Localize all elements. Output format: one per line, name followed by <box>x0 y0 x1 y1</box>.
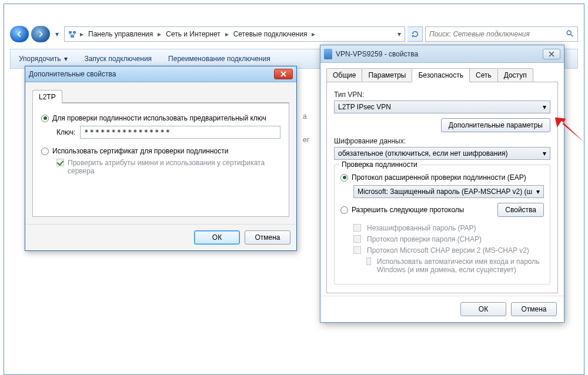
tab-access[interactable]: Доступ <box>497 68 533 82</box>
authentication-fieldset: Проверка подлинности Протокол расширенно… <box>334 165 550 284</box>
key-input[interactable] <box>80 126 280 139</box>
checkbox-verify-cert <box>56 159 64 166</box>
nav-history-dropdown[interactable]: ▾ <box>52 26 62 42</box>
vpn-type-combo[interactable]: L2TP IPsec VPN ▾ <box>334 101 550 113</box>
tab-general[interactable]: Общие <box>326 68 362 82</box>
checkbox-pap <box>353 224 361 232</box>
breadcrumb-segment[interactable]: Сеть и Интернет <box>163 29 222 39</box>
back-button[interactable] <box>10 26 29 42</box>
chevron-down-icon: ▾ <box>543 103 546 111</box>
svg-rect-3 <box>73 31 76 34</box>
radio-preshared-key[interactable]: Для проверки подлинности использовать пр… <box>41 114 280 122</box>
chevron-down-icon[interactable]: ▾ <box>64 55 68 63</box>
svg-rect-2 <box>69 31 72 34</box>
checkbox-label: Протокол проверки пароля (CHAP) <box>367 235 482 243</box>
refresh-button[interactable] <box>407 26 423 42</box>
radio-label: Протокол расширенной проверки подлинност… <box>352 173 526 182</box>
toolbar-organize[interactable]: Упорядочить <box>19 55 61 63</box>
ghost-text: а <box>303 112 307 120</box>
address-bar: ▾ ▸ Панель управления ▸ Сеть и Интернет … <box>10 25 578 43</box>
radio-icon <box>41 115 49 122</box>
close-button[interactable] <box>543 49 560 59</box>
cancel-button[interactable]: Отмена <box>245 230 290 245</box>
checkbox-label: Незашифрованный пароль (PAP) <box>367 224 476 232</box>
combo-value: Microsoft: Защищенный пароль (EAP-MSCHAP… <box>358 188 532 196</box>
close-button[interactable] <box>274 69 293 79</box>
ok-button[interactable]: ОК <box>460 302 506 316</box>
svg-rect-4 <box>71 35 74 38</box>
checkbox-chap <box>353 235 361 243</box>
checkbox-label: Использовать автоматически имя входа и п… <box>377 257 544 274</box>
dialog-titlebar[interactable]: Дополнительные свойства <box>25 66 296 82</box>
checkbox-mschap <box>353 246 361 254</box>
radio-label: Для проверки подлинности использовать пр… <box>52 114 266 122</box>
vpn-type-label: Тип VPN: <box>334 91 550 99</box>
encryption-label: Шифрование данных: <box>334 137 550 145</box>
chevron-right-icon: ▸ <box>224 30 230 38</box>
breadcrumb-segment[interactable]: Сетевые подключения <box>231 29 310 39</box>
properties-button[interactable]: Свойства <box>497 203 544 217</box>
combo-value: L2TP IPsec VPN <box>338 103 391 111</box>
tab-security[interactable]: Безопасность <box>412 68 470 82</box>
eap-method-combo[interactable]: Microsoft: Защищенный пароль (EAP-MSCHAP… <box>353 185 544 198</box>
search-icon <box>566 29 574 39</box>
radio-icon <box>41 148 49 155</box>
chevron-right-icon: ▸ <box>156 30 162 38</box>
toolbar-start-connection[interactable]: Запуск подключения <box>84 55 152 63</box>
search-placeholder: Поиск: Сетевые подключения <box>429 30 530 38</box>
forward-button[interactable] <box>31 26 50 42</box>
checkbox-label: Протокол Microsoft CHAP версии 2 (MS-CHA… <box>367 246 529 255</box>
svg-point-5 <box>567 31 571 35</box>
checkbox-label: Проверить атрибуты имени и использования… <box>68 159 279 175</box>
breadcrumb[interactable]: ▸ Панель управления ▸ Сеть и Интернет ▸ … <box>64 26 405 42</box>
advanced-params-button[interactable]: Дополнительные параметры <box>441 118 550 132</box>
ok-button[interactable]: ОК <box>194 230 240 245</box>
chevron-down-icon: ▾ <box>543 149 546 158</box>
dialog-titlebar[interactable]: VPN-VPS9259 - свойства <box>320 45 564 63</box>
chevron-right-icon: ▸ <box>310 30 316 38</box>
search-input[interactable]: Поиск: Сетевые подключения <box>425 26 578 42</box>
chevron-right-icon: ▸ <box>79 30 85 38</box>
checkbox-auto-credentials <box>366 257 371 265</box>
radio-allow-protocols[interactable] <box>340 206 348 214</box>
tab-options[interactable]: Параметры <box>362 68 412 82</box>
callout-arrow-icon <box>553 116 586 149</box>
dialog-title: VPN-VPS9259 - свойства <box>336 50 418 58</box>
chevron-down-icon: ▾ <box>536 188 540 196</box>
tab-l2tp[interactable]: L2TP <box>32 90 62 103</box>
network-icon <box>67 29 78 39</box>
tab-network[interactable]: Сеть <box>469 68 498 82</box>
key-label: Ключ: <box>56 128 75 136</box>
radio-eap[interactable]: Протокол расширенной проверки подлинност… <box>340 173 544 182</box>
encryption-combo[interactable]: обязательное (отключиться, если нет шифр… <box>334 147 550 160</box>
fieldset-legend: Проверка подлинности <box>339 160 420 169</box>
dialog-title: Дополнительные свойства <box>29 70 116 78</box>
cancel-button[interactable]: Отмена <box>511 302 557 316</box>
vpn-properties-dialog: VPN-VPS9259 - свойства Общие Параметры Б… <box>320 45 564 323</box>
connection-icon <box>324 49 332 59</box>
breadcrumb-segment[interactable]: Панель управления <box>86 29 155 39</box>
radio-icon <box>340 174 348 182</box>
ghost-text: er <box>303 136 309 144</box>
toolbar-rename-connection[interactable]: Переименование подключения <box>168 55 270 63</box>
advanced-properties-dialog: Дополнительные свойства L2TP Для проверк… <box>25 66 297 251</box>
radio-certificate[interactable]: Использовать сертификат для проверки под… <box>41 147 280 155</box>
chevron-down-icon[interactable]: ▾ <box>396 30 402 38</box>
combo-value: обязательное (отключиться, если нет шифр… <box>338 149 508 158</box>
radio-label: Использовать сертификат для проверки под… <box>52 147 228 155</box>
radio-label: Разрешить следующие протоколы <box>352 206 464 214</box>
